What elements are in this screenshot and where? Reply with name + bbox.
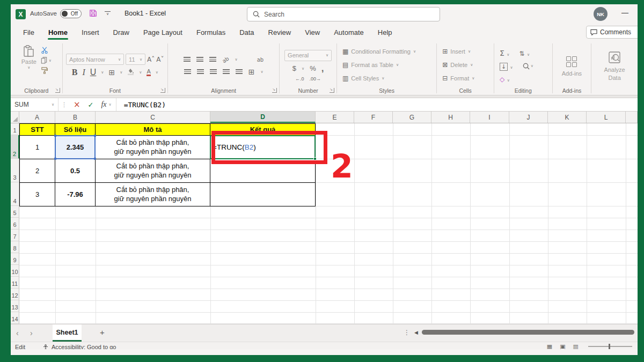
- tab-view[interactable]: View: [299, 25, 326, 41]
- row-header[interactable]: 2: [11, 135, 19, 159]
- insert-cells-button[interactable]: ⊞Insert∨: [442, 46, 471, 57]
- comma-style-icon[interactable]: ,: [321, 63, 324, 74]
- scroll-left-icon[interactable]: ◀: [414, 330, 418, 335]
- page-break-view-icon[interactable]: ▥: [573, 343, 579, 349]
- decrease-indent-icon[interactable]: [223, 69, 230, 75]
- align-center-icon[interactable]: [197, 69, 204, 75]
- font-color-icon[interactable]: A: [147, 69, 150, 76]
- underline-button[interactable]: U: [90, 68, 97, 77]
- format-painter-icon[interactable]: [41, 67, 48, 74]
- tab-review[interactable]: Review: [262, 25, 297, 41]
- comments-button[interactable]: Comments: [586, 26, 638, 39]
- cell-c3[interactable]: Cắt bỏ phần thập phân,giữ nguyên phần ng…: [96, 159, 210, 183]
- cell-c2[interactable]: Cắt bỏ phần thập phân,giữ nguyên phần ng…: [96, 136, 210, 159]
- row-header[interactable]: 14: [11, 312, 19, 324]
- autosum-icon[interactable]: Σ: [500, 49, 504, 57]
- column-header-j[interactable]: J: [509, 112, 548, 123]
- cell-a4[interactable]: 3: [19, 183, 55, 206]
- cell-b1[interactable]: Số liệu: [55, 123, 96, 136]
- clear-icon[interactable]: ◇: [500, 76, 504, 83]
- bold-button[interactable]: B: [72, 68, 78, 77]
- tab-home[interactable]: Home: [42, 25, 74, 41]
- horizontal-scrollbar[interactable]: [422, 330, 634, 335]
- column-header-c[interactable]: C: [96, 112, 210, 123]
- increase-indent-icon[interactable]: [236, 69, 243, 75]
- minimize-button[interactable]: —: [621, 9, 628, 17]
- align-left-icon[interactable]: [184, 69, 191, 75]
- currency-icon[interactable]: $: [292, 64, 296, 72]
- formula-input[interactable]: =TRUNC(B2): [124, 101, 166, 109]
- row-header[interactable]: 1: [11, 123, 19, 135]
- number-format-combo[interactable]: General∨: [284, 50, 332, 61]
- cell-d3[interactable]: [210, 159, 316, 183]
- column-header-h[interactable]: H: [431, 112, 470, 123]
- clipboard-launcher-icon[interactable]: ↘: [55, 88, 60, 93]
- customize-toolbar-icon[interactable]: ∨: [105, 11, 111, 16]
- grow-font-icon[interactable]: Aˆ: [147, 56, 155, 63]
- cell-c1[interactable]: Mô tả: [96, 123, 210, 136]
- row-header[interactable]: 9: [11, 253, 19, 265]
- wrap-text-icon[interactable]: ab: [257, 57, 264, 63]
- column-header-d[interactable]: D: [210, 112, 316, 123]
- cell-c4[interactable]: Cắt bỏ phần thập phân,giữ nguyên phần ng…: [96, 183, 210, 206]
- row-header[interactable]: 11: [11, 277, 19, 289]
- borders-icon[interactable]: ⊞: [108, 68, 115, 77]
- row-header[interactable]: 7: [11, 230, 19, 241]
- column-header-l[interactable]: L: [587, 112, 626, 123]
- align-right-icon[interactable]: [210, 69, 217, 75]
- shrink-font-icon[interactable]: Aˇ: [156, 56, 164, 63]
- accessibility-status[interactable]: Accessibility: Good to go: [43, 344, 116, 349]
- tab-automate[interactable]: Automate: [328, 25, 370, 41]
- normal-view-icon[interactable]: ▦: [547, 343, 552, 349]
- orientation-icon[interactable]: ab: [221, 55, 230, 64]
- column-header-k[interactable]: K: [548, 112, 587, 123]
- add-sheet-icon[interactable]: +: [100, 328, 105, 337]
- row-header[interactable]: 4: [11, 182, 19, 206]
- find-select-icon[interactable]: [523, 63, 530, 70]
- cell-d4[interactable]: [210, 183, 316, 206]
- next-sheet-icon[interactable]: ›: [30, 329, 33, 337]
- tab-page-layout[interactable]: Page Layout: [137, 25, 188, 41]
- delete-cells-button[interactable]: ⊠Delete∨: [442, 60, 473, 70]
- column-header-i[interactable]: I: [470, 112, 509, 123]
- font-name-combo[interactable]: Aptos Narrow∨: [66, 54, 124, 65]
- analyze-data-icon[interactable]: [609, 51, 620, 63]
- cell-a2[interactable]: 1: [19, 136, 55, 159]
- fill-color-icon[interactable]: [127, 68, 134, 77]
- column-header-f[interactable]: F: [354, 112, 393, 123]
- scrollbar-grip-icon[interactable]: ⋮: [404, 329, 410, 336]
- row-header[interactable]: 5: [11, 206, 19, 218]
- tab-draw[interactable]: Draw: [107, 25, 135, 41]
- cell-d1[interactable]: Kết quả: [210, 123, 316, 136]
- sheet-tab-sheet1[interactable]: Sheet1: [53, 324, 82, 342]
- select-all-corner[interactable]: [11, 112, 19, 123]
- column-header-a[interactable]: A: [19, 112, 55, 123]
- cell-b4[interactable]: -7.96: [55, 183, 96, 206]
- row-header[interactable]: 13: [11, 300, 19, 312]
- cell-a1[interactable]: STT: [19, 123, 55, 136]
- name-box[interactable]: SUM∨: [11, 98, 58, 111]
- formula-bar-grip[interactable]: ⋮: [58, 101, 70, 108]
- insert-function-icon[interactable]: fx: [97, 100, 108, 109]
- cell-a3[interactable]: 2: [19, 159, 55, 183]
- fill-down-icon[interactable]: ↓: [500, 63, 508, 71]
- zoom-slider[interactable]: [588, 346, 632, 347]
- italic-button[interactable]: I: [82, 68, 85, 77]
- align-top-icon[interactable]: [184, 57, 191, 62]
- avatar[interactable]: NK: [594, 7, 608, 21]
- decrease-decimal-icon[interactable]: .00→: [310, 76, 321, 82]
- cell-b2[interactable]: 2.345: [55, 136, 96, 159]
- row-header[interactable]: 8: [11, 241, 19, 253]
- align-middle-icon[interactable]: [196, 57, 203, 62]
- cut-icon[interactable]: [41, 47, 48, 54]
- excel-app-icon[interactable]: X: [16, 9, 26, 19]
- format-cells-button[interactable]: ⊟Format∨: [442, 73, 474, 84]
- cell-d2-active[interactable]: =TRUNC(B2): [210, 136, 316, 159]
- search-input[interactable]: Search: [247, 7, 440, 21]
- addins-icon[interactable]: [566, 56, 577, 67]
- paste-button[interactable]: Paste ∨: [21, 45, 36, 86]
- row-header[interactable]: 12: [11, 289, 19, 300]
- format-as-table-button[interactable]: ▤Format as Table∨: [342, 60, 399, 70]
- fill-handle[interactable]: [313, 157, 317, 160]
- cell-b3[interactable]: 0.5: [55, 159, 96, 183]
